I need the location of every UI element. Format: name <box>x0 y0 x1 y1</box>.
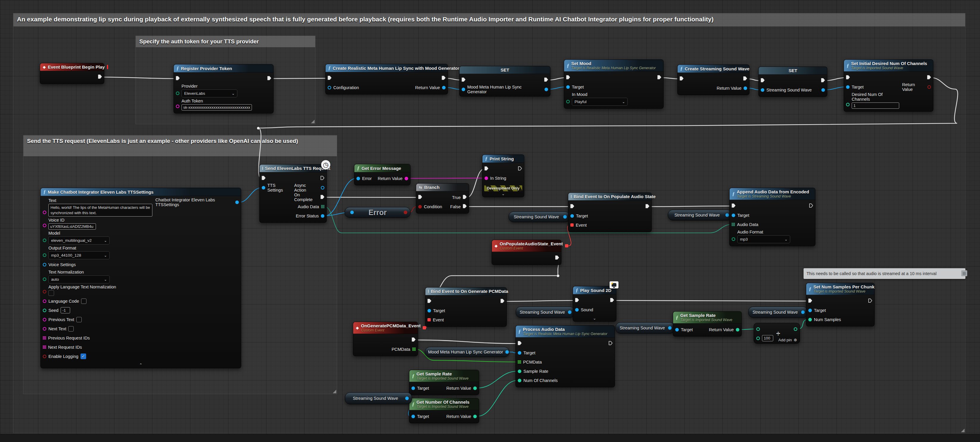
data-pin-icon[interactable] <box>544 87 548 91</box>
pin-label[interactable]: Previous Text <box>48 317 74 322</box>
exec-pin-icon[interactable] <box>761 78 765 83</box>
pin-row[interactable]: Configuration <box>328 83 359 92</box>
pin-row[interactable]: Error Status <box>296 211 325 220</box>
function-icon[interactable]: ƒ <box>177 66 179 71</box>
data-pin-icon[interactable] <box>725 213 729 217</box>
pin-label[interactable]: Text Normalization <box>48 270 110 275</box>
exec-pin-icon[interactable] <box>575 298 579 303</box>
data-pin-icon[interactable] <box>43 253 46 257</box>
expand-chevron-icon[interactable]: ⌄ <box>482 192 524 197</box>
node-header[interactable]: ƒGet Sample RateTarget is Imported Sound… <box>409 370 479 382</box>
pin-label[interactable]: Voice ID <box>48 218 96 223</box>
data-pin-icon[interactable] <box>350 211 354 214</box>
pin-row[interactable]: Voice IDuYXf8XasLslADfZ2MB4u <box>43 218 96 230</box>
pin-row[interactable]: False <box>450 202 467 211</box>
dropdown[interactable]: eleven_multilingual_v2⌄ <box>48 237 110 245</box>
node-title[interactable]: Create Realistic Meta Human Lip Sync wit… <box>333 66 460 71</box>
pin-row[interactable]: Next Text <box>43 324 74 333</box>
function-icon[interactable]: ƒ <box>732 191 735 197</box>
function-icon[interactable]: ƒ <box>328 65 331 71</box>
exec-pin-icon[interactable] <box>518 166 522 172</box>
node-header[interactable]: ƒGet Sample RateTarget is Imported Sound… <box>673 312 741 323</box>
exec-pin-icon[interactable] <box>461 78 466 83</box>
pin-row[interactable]: Next Request IDs <box>43 342 82 352</box>
pin-row[interactable]: Condition <box>418 202 442 211</box>
exec-pin-icon[interactable] <box>809 204 813 208</box>
pin-label[interactable]: Text <box>48 198 153 203</box>
pin-row[interactable] <box>821 76 825 85</box>
pin-label[interactable]: Previous Request IDs <box>48 335 90 340</box>
pin-label[interactable]: Target <box>852 85 864 89</box>
pin-row[interactable]: Error <box>356 174 372 183</box>
pin-label[interactable]: Error Status <box>296 213 319 218</box>
pin-row[interactable] <box>328 74 331 83</box>
checkbox[interactable]: ✓ <box>81 353 86 359</box>
pin-row[interactable]: Seed-1 <box>43 306 70 315</box>
data-pin-icon[interactable] <box>808 318 812 321</box>
dropdown[interactable]: Playful⌄ <box>572 98 628 106</box>
text-input[interactable] <box>81 299 86 304</box>
pin-row[interactable] <box>428 297 431 306</box>
node-gnc[interactable]: ƒGet Number Of ChannelsTarget is Importe… <box>409 398 479 423</box>
comment-resize-handle[interactable] <box>311 120 315 123</box>
node-subtitle[interactable]: Target is Streaming Sound Wave <box>737 194 809 199</box>
graph-note-bubble[interactable]: This needs to be called so that audio is… <box>803 268 966 279</box>
pin-row[interactable]: Return Value <box>415 83 445 92</box>
pin-label[interactable]: Return Value <box>446 414 471 419</box>
divide-icon[interactable]: ÷ <box>776 329 780 338</box>
pin-row[interactable] <box>501 297 504 306</box>
delegate-pin-icon[interactable] <box>570 223 574 227</box>
pin-row[interactable]: Event <box>570 220 587 230</box>
pin-row[interactable]: Target <box>411 412 429 421</box>
node-title[interactable]: Bind Event to On Generate PCMData <box>431 289 508 294</box>
exec-pin-icon[interactable] <box>657 75 661 80</box>
data-pin-icon[interactable] <box>801 310 805 314</box>
exec-pin-icon[interactable] <box>321 195 325 200</box>
data-pin-icon[interactable] <box>262 186 265 189</box>
node-beginPlay[interactable]: ◆Event Blueprint Begin Play <box>40 63 104 84</box>
pin-label[interactable]: Target <box>417 386 429 391</box>
comment-title-bar[interactable]: An example demonstrating lip sync during… <box>13 13 965 27</box>
exec-pin-icon[interactable] <box>646 204 649 209</box>
node-title[interactable]: Get Sample Rate <box>417 371 468 376</box>
data-pin-icon[interactable] <box>405 177 408 180</box>
pin-label[interactable]: Condition <box>424 204 442 209</box>
pin-label[interactable]: Mood Meta Human Lip Sync Generator <box>467 85 541 94</box>
exec-pin-icon[interactable] <box>485 166 488 172</box>
exec-pin-icon[interactable] <box>846 75 850 80</box>
node-onPopulate[interactable]: ◆OnPopulateAudioState_EventCustom Event <box>492 240 562 265</box>
pin-row[interactable]: Target <box>846 82 864 92</box>
pin-row[interactable] <box>570 202 574 211</box>
node-subtitle[interactable]: Custom Event <box>500 246 563 250</box>
pin-label[interactable]: TTS Settings <box>267 183 291 192</box>
node-header[interactable]: Bind Event to On Generate PCMData <box>425 288 506 295</box>
node-header[interactable]: ƒSet MoodTarget is Realistic Meta Human … <box>564 60 663 72</box>
node-title[interactable]: Set Initial Desired Num Of Channels <box>851 61 927 66</box>
pin-row[interactable]: PCMData <box>391 345 415 354</box>
data-pin-icon[interactable] <box>675 328 679 332</box>
node-header[interactable]: ◆Event Blueprint Begin Play <box>40 63 104 71</box>
data-pin-icon[interactable] <box>518 379 521 382</box>
pin-row[interactable]: Return Value <box>377 174 408 183</box>
note-icon[interactable]: ▤ <box>961 270 967 276</box>
pin-row[interactable] <box>262 174 266 183</box>
data-pin-icon[interactable] <box>428 309 431 313</box>
pin-row[interactable]: Desired Num Of Channels1 <box>846 92 899 109</box>
pin-label[interactable]: Return Value <box>446 386 471 391</box>
node-createRealistic[interactable]: ƒCreate Realistic Meta Human Lip Sync wi… <box>325 64 448 94</box>
dropdown[interactable]: ElevenLabs⌄ <box>181 89 237 97</box>
exec-pin-icon[interactable] <box>518 341 522 346</box>
node-bind2[interactable]: Bind Event to On Generate PCMDataTargetE… <box>425 287 507 327</box>
data-pin-icon[interactable] <box>43 327 46 331</box>
data-pin-icon[interactable] <box>518 351 521 355</box>
pin-label[interactable]: In Mood <box>572 92 628 97</box>
pin-row[interactable]: Streaming Sound Wave <box>761 85 812 94</box>
reroute-node[interactable] <box>257 127 259 129</box>
node-print[interactable]: ƒPrint StringIn StringDevelopment Only⌄ <box>482 154 524 197</box>
data-pin-icon[interactable] <box>794 328 797 331</box>
exec-pin-icon[interactable] <box>428 299 431 304</box>
pin-row[interactable] <box>442 74 445 83</box>
node-send[interactable]: Send ElevenLabs TTS Request◷TTS Settings… <box>259 164 327 223</box>
pin-label[interactable]: Auth Token <box>181 99 252 103</box>
data-pin-icon[interactable] <box>821 88 825 92</box>
